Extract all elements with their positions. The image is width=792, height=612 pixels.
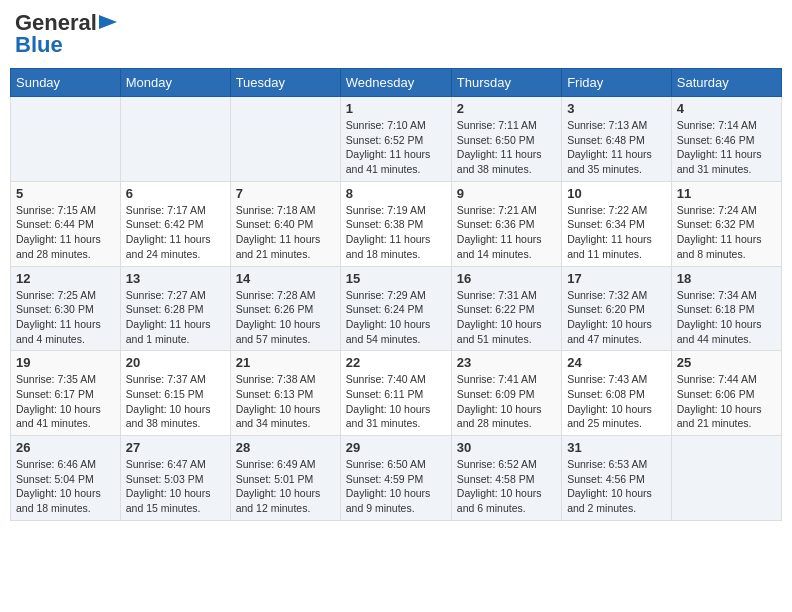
logo-blue: Blue — [15, 32, 63, 58]
day-info: Sunrise: 7:24 AMSunset: 6:32 PMDaylight:… — [677, 203, 776, 262]
day-info: Sunrise: 7:15 AMSunset: 6:44 PMDaylight:… — [16, 203, 115, 262]
calendar-day-cell: 7Sunrise: 7:18 AMSunset: 6:40 PMDaylight… — [230, 181, 340, 266]
calendar-day-cell: 5Sunrise: 7:15 AMSunset: 6:44 PMDaylight… — [11, 181, 121, 266]
day-number: 28 — [236, 440, 335, 455]
calendar-day-cell: 11Sunrise: 7:24 AMSunset: 6:32 PMDayligh… — [671, 181, 781, 266]
day-of-week-header: Wednesday — [340, 69, 451, 97]
calendar-day-cell: 6Sunrise: 7:17 AMSunset: 6:42 PMDaylight… — [120, 181, 230, 266]
day-number: 2 — [457, 101, 556, 116]
day-number: 20 — [126, 355, 225, 370]
calendar-day-cell: 24Sunrise: 7:43 AMSunset: 6:08 PMDayligh… — [562, 351, 672, 436]
calendar-day-cell: 19Sunrise: 7:35 AMSunset: 6:17 PMDayligh… — [11, 351, 121, 436]
calendar-day-cell: 20Sunrise: 7:37 AMSunset: 6:15 PMDayligh… — [120, 351, 230, 436]
day-number: 24 — [567, 355, 666, 370]
day-number: 18 — [677, 271, 776, 286]
day-number: 31 — [567, 440, 666, 455]
calendar-day-cell: 10Sunrise: 7:22 AMSunset: 6:34 PMDayligh… — [562, 181, 672, 266]
calendar-day-cell: 29Sunrise: 6:50 AMSunset: 4:59 PMDayligh… — [340, 436, 451, 521]
day-info: Sunrise: 6:46 AMSunset: 5:04 PMDaylight:… — [16, 457, 115, 516]
day-number: 11 — [677, 186, 776, 201]
day-number: 5 — [16, 186, 115, 201]
day-number: 6 — [126, 186, 225, 201]
day-number: 4 — [677, 101, 776, 116]
calendar-day-cell: 8Sunrise: 7:19 AMSunset: 6:38 PMDaylight… — [340, 181, 451, 266]
calendar-day-cell — [120, 97, 230, 182]
day-of-week-header: Friday — [562, 69, 672, 97]
svg-marker-0 — [99, 15, 117, 29]
calendar-day-cell: 27Sunrise: 6:47 AMSunset: 5:03 PMDayligh… — [120, 436, 230, 521]
day-info: Sunrise: 7:40 AMSunset: 6:11 PMDaylight:… — [346, 372, 446, 431]
calendar-day-cell: 23Sunrise: 7:41 AMSunset: 6:09 PMDayligh… — [451, 351, 561, 436]
day-info: Sunrise: 6:53 AMSunset: 4:56 PMDaylight:… — [567, 457, 666, 516]
day-info: Sunrise: 7:11 AMSunset: 6:50 PMDaylight:… — [457, 118, 556, 177]
calendar-week-row: 26Sunrise: 6:46 AMSunset: 5:04 PMDayligh… — [11, 436, 782, 521]
day-number: 22 — [346, 355, 446, 370]
day-info: Sunrise: 7:19 AMSunset: 6:38 PMDaylight:… — [346, 203, 446, 262]
calendar-day-cell: 13Sunrise: 7:27 AMSunset: 6:28 PMDayligh… — [120, 266, 230, 351]
day-number: 9 — [457, 186, 556, 201]
day-info: Sunrise: 7:25 AMSunset: 6:30 PMDaylight:… — [16, 288, 115, 347]
day-info: Sunrise: 6:47 AMSunset: 5:03 PMDaylight:… — [126, 457, 225, 516]
day-info: Sunrise: 7:17 AMSunset: 6:42 PMDaylight:… — [126, 203, 225, 262]
calendar-day-cell: 22Sunrise: 7:40 AMSunset: 6:11 PMDayligh… — [340, 351, 451, 436]
calendar-day-cell — [11, 97, 121, 182]
day-info: Sunrise: 6:50 AMSunset: 4:59 PMDaylight:… — [346, 457, 446, 516]
calendar-week-row: 12Sunrise: 7:25 AMSunset: 6:30 PMDayligh… — [11, 266, 782, 351]
day-number: 7 — [236, 186, 335, 201]
day-number: 19 — [16, 355, 115, 370]
day-info: Sunrise: 7:43 AMSunset: 6:08 PMDaylight:… — [567, 372, 666, 431]
day-info: Sunrise: 7:31 AMSunset: 6:22 PMDaylight:… — [457, 288, 556, 347]
day-number: 15 — [346, 271, 446, 286]
day-number: 3 — [567, 101, 666, 116]
day-of-week-header: Tuesday — [230, 69, 340, 97]
day-info: Sunrise: 6:49 AMSunset: 5:01 PMDaylight:… — [236, 457, 335, 516]
calendar-day-cell: 21Sunrise: 7:38 AMSunset: 6:13 PMDayligh… — [230, 351, 340, 436]
calendar-day-cell: 28Sunrise: 6:49 AMSunset: 5:01 PMDayligh… — [230, 436, 340, 521]
calendar-header-row: SundayMondayTuesdayWednesdayThursdayFrid… — [11, 69, 782, 97]
calendar-day-cell: 17Sunrise: 7:32 AMSunset: 6:20 PMDayligh… — [562, 266, 672, 351]
calendar-day-cell: 30Sunrise: 6:52 AMSunset: 4:58 PMDayligh… — [451, 436, 561, 521]
calendar-week-row: 5Sunrise: 7:15 AMSunset: 6:44 PMDaylight… — [11, 181, 782, 266]
day-number: 14 — [236, 271, 335, 286]
calendar-day-cell: 16Sunrise: 7:31 AMSunset: 6:22 PMDayligh… — [451, 266, 561, 351]
day-number: 21 — [236, 355, 335, 370]
day-number: 23 — [457, 355, 556, 370]
day-info: Sunrise: 7:13 AMSunset: 6:48 PMDaylight:… — [567, 118, 666, 177]
calendar-day-cell: 18Sunrise: 7:34 AMSunset: 6:18 PMDayligh… — [671, 266, 781, 351]
day-number: 8 — [346, 186, 446, 201]
day-number: 13 — [126, 271, 225, 286]
calendar-table: SundayMondayTuesdayWednesdayThursdayFrid… — [10, 68, 782, 521]
calendar-day-cell: 4Sunrise: 7:14 AMSunset: 6:46 PMDaylight… — [671, 97, 781, 182]
day-number: 27 — [126, 440, 225, 455]
calendar-week-row: 19Sunrise: 7:35 AMSunset: 6:17 PMDayligh… — [11, 351, 782, 436]
day-info: Sunrise: 7:14 AMSunset: 6:46 PMDaylight:… — [677, 118, 776, 177]
day-info: Sunrise: 7:37 AMSunset: 6:15 PMDaylight:… — [126, 372, 225, 431]
day-info: Sunrise: 7:10 AMSunset: 6:52 PMDaylight:… — [346, 118, 446, 177]
calendar-day-cell: 1Sunrise: 7:10 AMSunset: 6:52 PMDaylight… — [340, 97, 451, 182]
day-info: Sunrise: 7:38 AMSunset: 6:13 PMDaylight:… — [236, 372, 335, 431]
calendar-day-cell: 25Sunrise: 7:44 AMSunset: 6:06 PMDayligh… — [671, 351, 781, 436]
day-info: Sunrise: 7:21 AMSunset: 6:36 PMDaylight:… — [457, 203, 556, 262]
day-info: Sunrise: 6:52 AMSunset: 4:58 PMDaylight:… — [457, 457, 556, 516]
day-number: 26 — [16, 440, 115, 455]
calendar-day-cell: 26Sunrise: 6:46 AMSunset: 5:04 PMDayligh… — [11, 436, 121, 521]
day-number: 17 — [567, 271, 666, 286]
logo: General Blue — [15, 10, 117, 58]
day-of-week-header: Monday — [120, 69, 230, 97]
logo-arrow-icon — [99, 13, 117, 31]
calendar-day-cell: 14Sunrise: 7:28 AMSunset: 6:26 PMDayligh… — [230, 266, 340, 351]
calendar-day-cell — [230, 97, 340, 182]
day-number: 12 — [16, 271, 115, 286]
day-info: Sunrise: 7:18 AMSunset: 6:40 PMDaylight:… — [236, 203, 335, 262]
day-info: Sunrise: 7:34 AMSunset: 6:18 PMDaylight:… — [677, 288, 776, 347]
day-info: Sunrise: 7:27 AMSunset: 6:28 PMDaylight:… — [126, 288, 225, 347]
day-info: Sunrise: 7:41 AMSunset: 6:09 PMDaylight:… — [457, 372, 556, 431]
day-info: Sunrise: 7:44 AMSunset: 6:06 PMDaylight:… — [677, 372, 776, 431]
day-of-week-header: Saturday — [671, 69, 781, 97]
calendar-day-cell: 15Sunrise: 7:29 AMSunset: 6:24 PMDayligh… — [340, 266, 451, 351]
day-of-week-header: Sunday — [11, 69, 121, 97]
calendar-day-cell: 9Sunrise: 7:21 AMSunset: 6:36 PMDaylight… — [451, 181, 561, 266]
calendar-day-cell: 3Sunrise: 7:13 AMSunset: 6:48 PMDaylight… — [562, 97, 672, 182]
day-number: 29 — [346, 440, 446, 455]
day-number: 25 — [677, 355, 776, 370]
